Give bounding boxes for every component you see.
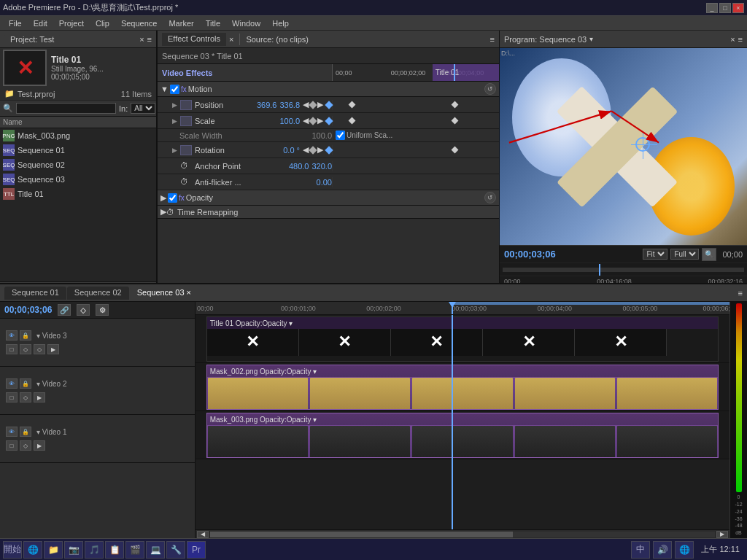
timeline-current-time[interactable]: 00;00;03;06 — [4, 305, 52, 315]
position-keyframe-1[interactable] — [348, 101, 355, 109]
mask002-clip[interactable]: Mask_002.png Opacity:Opacity ▾ — [206, 365, 719, 410]
position-x[interactable]: 369.6 — [257, 101, 277, 109]
rotation-add-kf-button[interactable] — [309, 146, 317, 154]
scale-expand-icon[interactable]: ▶ — [172, 117, 177, 125]
next-kf-icon[interactable]: ▶ — [317, 116, 323, 125]
motion-reset-button[interactable]: ↺ — [484, 83, 496, 95]
tab-sequence03[interactable]: Sequence 03 × — [130, 287, 198, 300]
anti-flicker-value[interactable]: 0.00 — [317, 178, 332, 187]
video3-expand-btn[interactable]: □ — [6, 344, 18, 354]
project-close-button[interactable]: × — [139, 35, 144, 44]
tl-snap-btn[interactable]: 🔗 — [58, 304, 71, 316]
ec-playhead[interactable] — [454, 64, 455, 81]
position-y[interactable]: 336.8 — [279, 101, 300, 109]
source-tab[interactable]: Source: (no clips) — [239, 34, 314, 45]
taskbar-icon-network[interactable]: 🌐 — [675, 541, 694, 559]
prev-kf-icon[interactable]: ◀ — [303, 100, 309, 109]
program-dropdown-icon[interactable]: ▾ — [589, 35, 593, 43]
menu-sequence[interactable]: Sequence — [115, 16, 163, 31]
taskbar-icon-premiere[interactable]: Pr — [187, 541, 206, 559]
minimize-button[interactable]: _ — [706, 3, 718, 13]
program-scrubber[interactable] — [500, 262, 747, 276]
zoom-tool-btn[interactable]: 🔍 — [702, 248, 716, 261]
tl-add-marker-btn[interactable]: ◇ — [77, 304, 90, 316]
scale-value[interactable]: 100.0 — [279, 117, 300, 125]
quality-select[interactable]: Full — [670, 249, 699, 260]
program-close-btn[interactable]: × — [730, 35, 735, 44]
video3-diamond-btn[interactable]: ◇ — [20, 344, 31, 354]
scale-keyframe-1[interactable] — [348, 117, 355, 125]
video3-lock-btn[interactable]: 🔒 — [20, 330, 31, 341]
taskbar-icon-lang[interactable]: 中 — [631, 541, 650, 559]
motion-section-header[interactable]: ▼ fx Motion ↺ — [158, 82, 499, 97]
menu-clip[interactable]: Clip — [90, 16, 115, 31]
position-add-kf-button[interactable] — [309, 101, 317, 109]
file-item-seq02[interactable]: SEQ Sequence 02 — [0, 158, 156, 172]
project-tab[interactable]: Project: Test — [4, 34, 60, 45]
close-button[interactable]: × — [732, 3, 744, 13]
program-timecode-display[interactable]: 00;00;03;06 — [504, 249, 556, 260]
video2-kf-btn[interactable]: ▶ — [34, 392, 45, 402]
start-button[interactable]: 開始 — [3, 541, 22, 559]
video1-diamond-btn[interactable]: ◇ — [20, 440, 31, 451]
program-menu-icon[interactable]: ≡ — [738, 35, 743, 44]
mask003-clip[interactable]: Mask_003.png Opacity:Opacity ▾ — [206, 413, 719, 458]
taskbar-icon-volume[interactable]: 🔊 — [653, 541, 672, 559]
video3-visibility-btn[interactable]: 👁 — [6, 330, 18, 341]
position-keyframe-2[interactable] — [452, 101, 459, 109]
ec-menu-icon[interactable]: ≡ — [490, 35, 495, 44]
video2-expand-btn[interactable]: □ — [6, 392, 18, 402]
project-search-input[interactable] — [16, 103, 116, 114]
video1-kf-btn[interactable]: ▶ — [34, 440, 45, 451]
prev-kf-icon[interactable]: ◀ — [303, 116, 309, 125]
taskbar-icon-4[interactable]: 🎵 — [85, 541, 104, 559]
video1-expand-btn[interactable]: □ — [6, 440, 18, 451]
project-menu-icon[interactable]: ≡ — [147, 35, 152, 44]
scroll-thumb[interactable] — [210, 532, 513, 537]
taskbar-icon-3[interactable]: 📷 — [64, 541, 83, 559]
scroll-track[interactable] — [210, 532, 715, 537]
rotation-expand-icon[interactable]: ▶ — [172, 147, 177, 154]
uniform-scale-checkbox[interactable] — [336, 131, 345, 140]
menu-marker[interactable]: Marker — [163, 16, 199, 31]
taskbar-icon-7[interactable]: 💻 — [146, 541, 165, 559]
scale-add-kf-button[interactable] — [309, 117, 317, 125]
anchor-y[interactable]: 320.0 — [311, 162, 332, 171]
taskbar-icon-6[interactable]: 🎬 — [125, 541, 144, 559]
next-kf-icon[interactable]: ▶ — [317, 145, 323, 155]
crosshair-icon[interactable] — [635, 137, 650, 152]
opacity-reset-button[interactable]: ↺ — [484, 192, 496, 203]
scrubber-playhead[interactable] — [599, 264, 600, 276]
menu-help[interactable]: Help — [266, 16, 295, 31]
opacity-section-header[interactable]: ▶ fx Opacity ↺ — [158, 190, 499, 206]
ec-close-btn[interactable]: × — [226, 35, 236, 44]
scale-keyframe-2[interactable] — [452, 117, 459, 125]
time-remap-section-header[interactable]: ▶ ⏱ Time Remapping — [158, 206, 499, 219]
tab-sequence02[interactable]: Sequence 02 — [67, 287, 129, 300]
maximize-button[interactable]: □ — [719, 3, 731, 13]
taskbar-icon-2[interactable]: 📁 — [44, 541, 63, 559]
title01-clip[interactable]: Title 01 Opacity:Opacity ▾ ✕ ✕ ✕ ✕ ✕ — [206, 316, 719, 362]
tl-settings-btn[interactable]: ⚙ — [96, 304, 109, 316]
rotation-keyframe-1[interactable] — [452, 147, 459, 154]
video1-lock-btn[interactable]: 🔒 — [20, 427, 31, 437]
in-select[interactable]: All — [131, 103, 155, 114]
file-item-seq03[interactable]: SEQ Sequence 03 — [0, 172, 156, 187]
menu-project[interactable]: Project — [53, 16, 90, 31]
scale-kf-toggle[interactable] — [325, 117, 333, 125]
video2-visibility-btn[interactable]: 👁 — [6, 378, 18, 389]
rotation-kf-toggle[interactable] — [325, 146, 333, 154]
anchor-x[interactable]: 480.0 — [289, 162, 309, 171]
next-kf-icon[interactable]: ▶ — [317, 100, 323, 109]
video3-kf-btn[interactable]: ◇ — [34, 344, 45, 354]
rotation-value[interactable]: 0.0 ° — [283, 146, 300, 155]
scroll-left-btn[interactable]: ◀ — [197, 531, 209, 538]
position-kf-toggle[interactable] — [325, 101, 333, 109]
taskbar-icon-8[interactable]: 🔧 — [166, 541, 185, 559]
position-expand-icon[interactable]: ▶ — [172, 101, 177, 109]
motion-enable-checkbox[interactable] — [170, 85, 179, 94]
prev-kf-icon[interactable]: ◀ — [303, 145, 309, 155]
effect-controls-tab[interactable]: Effect Controls — [162, 33, 226, 46]
video2-diamond-btn[interactable]: ◇ — [20, 392, 31, 402]
menu-window[interactable]: Window — [226, 16, 266, 31]
